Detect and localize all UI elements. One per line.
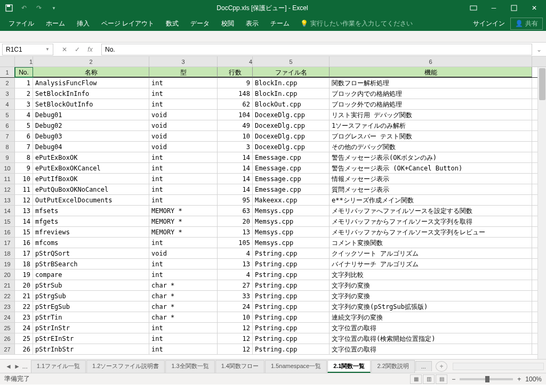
row-header[interactable]: 20 [0, 270, 15, 280]
col-header[interactable]: 4 [218, 56, 253, 67]
cell[interactable]: Pstring.cpp [253, 259, 330, 269]
cell[interactable]: 文字列の変換(pStrgSub拡張版) [330, 301, 532, 312]
zoom-slider[interactable] [460, 378, 513, 380]
cell[interactable]: void [149, 120, 218, 130]
row-header[interactable]: 26 [0, 333, 15, 344]
col-header[interactable]: 1 [15, 56, 33, 67]
cell[interactable]: pStrInStr [33, 323, 149, 333]
cell[interactable]: クイックソート アルゴリズム [330, 248, 532, 258]
cell[interactable]: 3 [15, 99, 33, 109]
cell[interactable]: Emessage.cpp [253, 174, 330, 184]
view-pagebreak-button[interactable]: ▤ [436, 374, 447, 384]
cell[interactable]: int [149, 174, 218, 184]
cell[interactable]: int [149, 259, 218, 269]
sheet-tab[interactable]: 1.1ファイル一覧 [31, 360, 86, 373]
sheet-tab[interactable]: 2.2関数説明 [371, 360, 414, 373]
scroll-thumb[interactable] [539, 68, 545, 100]
row-header[interactable]: 18 [0, 248, 15, 258]
cell[interactable]: void [149, 142, 218, 152]
cell[interactable]: 23 [15, 312, 33, 322]
row-header[interactable]: 23 [0, 301, 15, 312]
cell[interactable]: 104 [218, 110, 253, 120]
tab-data[interactable]: データ [185, 17, 215, 30]
view-normal-button[interactable]: ▦ [410, 374, 422, 384]
row-header[interactable]: 4 [0, 99, 15, 109]
cell[interactable]: 16 [15, 238, 33, 248]
cell[interactable]: 14 [218, 163, 253, 173]
cell[interactable]: mfgets [33, 216, 149, 226]
row-header[interactable]: 7 [0, 131, 15, 141]
row-header[interactable]: 9 [0, 152, 15, 162]
cell[interactable]: SetBlockInInfo [33, 88, 149, 99]
cell[interactable]: 9 [15, 163, 33, 173]
cell[interactable]: OutPutExcelDocuments [33, 195, 149, 205]
cell[interactable]: BlockOut.cpp [253, 99, 330, 109]
cell[interactable]: 文字位置の取得 [330, 344, 532, 354]
cell[interactable]: int [149, 152, 218, 162]
tab-home[interactable]: ホーム [41, 17, 70, 30]
cell[interactable]: Pstring.cpp [253, 270, 330, 280]
cell[interactable]: 8 [15, 152, 33, 162]
redo-button[interactable]: ↷ [32, 1, 46, 15]
undo-button[interactable]: ↶ [17, 1, 31, 15]
cell[interactable]: pStrSub [33, 280, 149, 290]
col-header[interactable]: 3 [149, 56, 218, 67]
select-all-corner[interactable] [0, 56, 15, 67]
row-header[interactable]: 19 [0, 259, 15, 269]
cell[interactable]: MEMORY * [149, 216, 218, 226]
cell[interactable]: 17 [15, 248, 33, 258]
cell[interactable]: 10 [15, 174, 33, 184]
cell[interactable]: 警告メッセージ表示 (OK+Cancel Button) [330, 163, 532, 173]
new-sheet-button[interactable]: + [436, 361, 447, 372]
ribbon-display-button[interactable] [464, 1, 483, 15]
cell[interactable]: DocexeDlg.cpp [253, 131, 330, 141]
sheet-tab[interactable]: 1.2ソースファイル説明書 [86, 360, 165, 373]
cell[interactable]: pStrgSub [33, 291, 149, 301]
cell[interactable]: Emessage.cpp [253, 184, 330, 194]
cell[interactable]: Debug04 [33, 142, 149, 152]
cell[interactable]: 警告メッセージ表示(OKボタンのみ) [330, 152, 532, 162]
cell[interactable]: 14 [218, 184, 253, 194]
zoom-out-button[interactable]: − [452, 375, 455, 383]
row-header[interactable]: 27 [0, 344, 15, 354]
cell[interactable]: 14 [15, 216, 33, 226]
cell[interactable]: Makeexx.cpp [253, 195, 330, 205]
cell[interactable]: 文字列比較 [330, 270, 532, 280]
share-button[interactable]: 👤 共有 [510, 18, 543, 30]
cell[interactable]: char * [149, 291, 218, 301]
row-header[interactable]: 13 [0, 195, 15, 205]
cell[interactable]: 名称 [33, 67, 149, 77]
cell[interactable]: 1ソースファイルのみ解析 [330, 120, 532, 130]
cell[interactable]: 12 [218, 344, 253, 354]
cell[interactable]: int [149, 344, 218, 354]
cell[interactable]: 14 [218, 174, 253, 184]
cell[interactable]: BlockIn.cpp [253, 88, 330, 99]
row-header[interactable]: 5 [0, 110, 15, 120]
cell[interactable]: pStrInbStr [33, 344, 149, 354]
cell[interactable]: MEMORY * [149, 206, 218, 216]
cell[interactable]: 7 [15, 142, 33, 152]
enter-formula-button[interactable]: ✓ [71, 44, 83, 55]
cell[interactable]: ファイル名 [253, 67, 330, 77]
cell[interactable]: 12 [218, 323, 253, 333]
cell[interactable]: void [149, 110, 218, 120]
cell[interactable]: メモリバッファへファイルソースを設定する関数 [330, 206, 532, 216]
row-header[interactable]: 1 [0, 67, 15, 77]
cell[interactable]: BlockIn.cpp [253, 78, 330, 88]
cell[interactable]: 11 [15, 184, 33, 194]
cell[interactable]: mfreviews [33, 227, 149, 237]
cell[interactable]: Pstring.cpp [253, 301, 330, 312]
cell[interactable]: バイナリサーチ アルゴリズム [330, 259, 532, 269]
cell[interactable]: 25 [15, 333, 33, 344]
cell[interactable]: 4 [15, 110, 33, 120]
cell[interactable]: 文字列の変換 [330, 280, 532, 290]
cell[interactable]: DocexeDlg.cpp [253, 110, 330, 120]
zoom-thumb[interactable] [485, 376, 489, 382]
cell[interactable]: 105 [218, 238, 253, 248]
cell[interactable]: プログレスバー テスト関数 [330, 131, 532, 141]
cell[interactable]: SetBlockOutInfo [33, 99, 149, 109]
cell[interactable]: メモリバッファからファイルソース文字列を取得 [330, 216, 532, 226]
cell[interactable]: Emessage.cpp [253, 152, 330, 162]
cell[interactable]: 19 [15, 270, 33, 280]
cell[interactable]: 機能 [330, 67, 532, 77]
